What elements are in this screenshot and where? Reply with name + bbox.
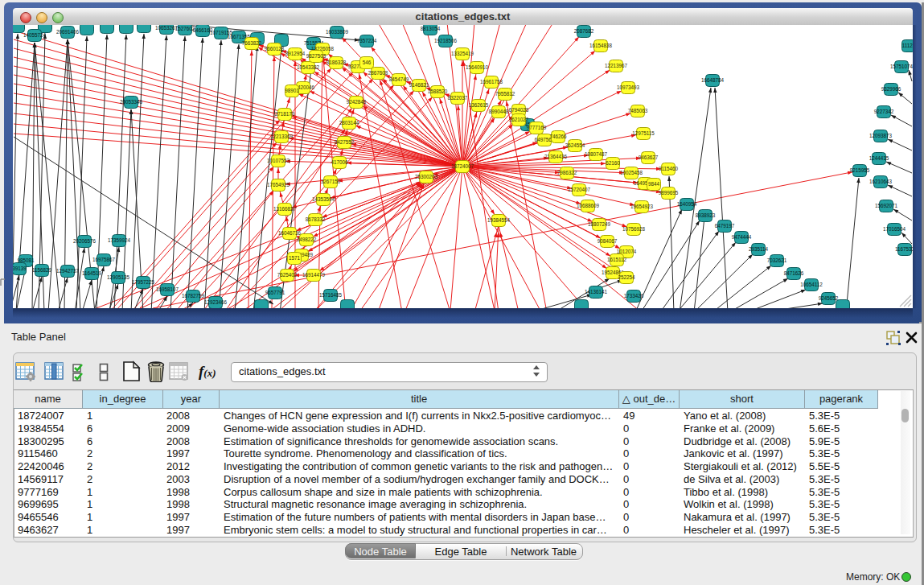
svg-text:12213369: 12213369 [270,134,294,139]
svg-text:2718176: 2718176 [275,111,295,117]
svg-text:12213967: 12213967 [605,63,628,68]
svg-text:16046736: 16046736 [278,230,302,236]
svg-text:16033809: 16033809 [326,29,349,35]
svg-text:1640954: 1640954 [677,201,697,207]
svg-text:7357224: 7357224 [357,38,377,43]
svg-text:20053346: 20053346 [120,99,143,105]
svg-text:19218506: 19218506 [434,38,458,43]
svg-text:8990448: 8990448 [489,109,509,114]
svg-text:10107553: 10107553 [267,158,290,163]
svg-text:9827503: 9827503 [306,53,326,59]
svg-text:98901: 98901 [285,88,299,93]
svg-text:12923466: 12923466 [204,299,228,305]
svg-text:9474444: 9474444 [732,234,752,240]
svg-text:11123: 11123 [902,43,913,48]
svg-text:1244415: 1244415 [869,155,889,161]
svg-text:17654925: 17654925 [267,182,290,187]
svg-text:12093873: 12093873 [869,133,893,138]
svg-text:16914479: 16914479 [302,272,326,278]
svg-text:2867608: 2867608 [368,70,388,76]
svg-text:14055724: 14055724 [23,32,47,38]
svg-text:9227342: 9227342 [874,109,894,114]
svg-text:9657791: 9657791 [265,290,285,295]
svg-text:417006: 417006 [331,159,348,165]
svg-text:39139: 39139 [13,266,27,271]
svg-text:17957225: 17957225 [132,279,155,285]
svg-text:12942737: 12942737 [56,268,80,274]
svg-text:7485063: 7485063 [628,108,648,113]
svg-text:9660128: 9660128 [265,46,285,51]
svg-text:8215955: 8215955 [850,167,870,173]
svg-text:7986322: 7986322 [557,170,577,175]
svg-text:8813054: 8813054 [421,26,441,31]
svg-text:8912954: 8912954 [285,51,306,56]
svg-text:16154838: 16154838 [589,43,613,48]
svg-text:9329966: 9329966 [881,86,901,92]
svg-text:17016504: 17016504 [883,226,906,232]
svg-text:16782759: 16782759 [182,293,205,299]
svg-text:8678332: 8678332 [306,216,326,222]
svg-text:8471626: 8471626 [784,270,804,276]
svg-text:19384554: 19384554 [487,217,511,223]
svg-text:8938923: 8938923 [696,212,716,218]
svg-text:19654923: 19654923 [630,204,654,209]
svg-text:1167533: 1167533 [895,246,913,252]
svg-text:20691406: 20691406 [56,29,80,35]
svg-text:10543382: 10543382 [297,64,320,70]
svg-text:62160: 62160 [606,160,620,166]
svg-text:2087682: 2087682 [574,28,594,34]
svg-text:10756928: 10756928 [622,226,646,232]
svg-text:20206576: 20206576 [73,238,97,244]
svg-text:14353594: 14353594 [312,196,335,202]
svg-text:12905135: 12905135 [107,274,130,280]
svg-text:6794028: 6794028 [509,107,529,113]
svg-text:9899695: 9899695 [659,190,679,196]
svg-text:10025458: 10025458 [620,170,643,175]
svg-text:9777169: 9777169 [527,125,547,130]
svg-text:1571: 1571 [289,255,301,261]
svg-text:7625402: 7625402 [277,272,298,278]
svg-text:8427552: 8427552 [335,139,355,145]
svg-text:9242848: 9242848 [347,99,367,105]
svg-text:1733426: 1733426 [624,293,644,299]
svg-text:746266: 746266 [549,134,567,139]
svg-text:2803144: 2803144 [339,120,359,126]
svg-text:16975867: 16975867 [92,257,116,262]
svg-text:546: 546 [363,60,372,65]
svg-text:16961758: 16961758 [480,79,503,84]
svg-text:9115460: 9115460 [659,166,679,171]
svg-text:18807249: 18807249 [588,221,611,227]
svg-text:21364436: 21364436 [544,154,568,159]
svg-text:3624554: 3624554 [565,142,585,148]
svg-text:10688609: 10688609 [577,203,600,208]
svg-text:7955812: 7955812 [495,91,515,97]
svg-text:15640910: 15640910 [466,64,489,70]
svg-text:16210643: 16210643 [869,179,893,184]
svg-text:1164519: 1164519 [82,270,102,276]
svg-text:15692071: 15692071 [875,203,898,208]
svg-text:25300203: 25300203 [415,174,438,179]
svg-text:17359924: 17359924 [108,237,131,243]
svg-text:10973493: 10973493 [617,84,640,90]
svg-text:1156829: 1156829 [32,267,52,273]
svg-text:15716485: 15716485 [319,292,343,298]
svg-text:1621022: 1621022 [509,117,529,122]
svg-text:8454749: 8454749 [389,76,409,82]
svg-text:1362615: 1362615 [469,102,489,108]
svg-text:1615112: 1615112 [607,257,627,262]
svg-text:15720407: 15720407 [568,187,591,192]
svg-text:14136141: 14136141 [585,289,608,295]
svg-text:16958107: 16958107 [156,286,179,292]
svg-text:10654112: 10654112 [800,282,823,287]
svg-text:1588520: 1588520 [428,89,448,94]
svg-text:9084067: 9084067 [598,238,618,244]
svg-text:2935114: 2935114 [749,246,769,252]
svg-text:7663822: 7663822 [242,40,262,46]
svg-text:7032621: 7032621 [767,257,787,263]
svg-text:13325419: 13325419 [451,51,474,56]
svg-text:6479197: 6479197 [715,223,735,229]
svg-text:18724007: 18724007 [451,163,474,169]
svg-text:9844: 9844 [648,181,660,187]
svg-text:252254: 252254 [618,274,635,280]
svg-text:10807487: 10807487 [585,151,608,157]
